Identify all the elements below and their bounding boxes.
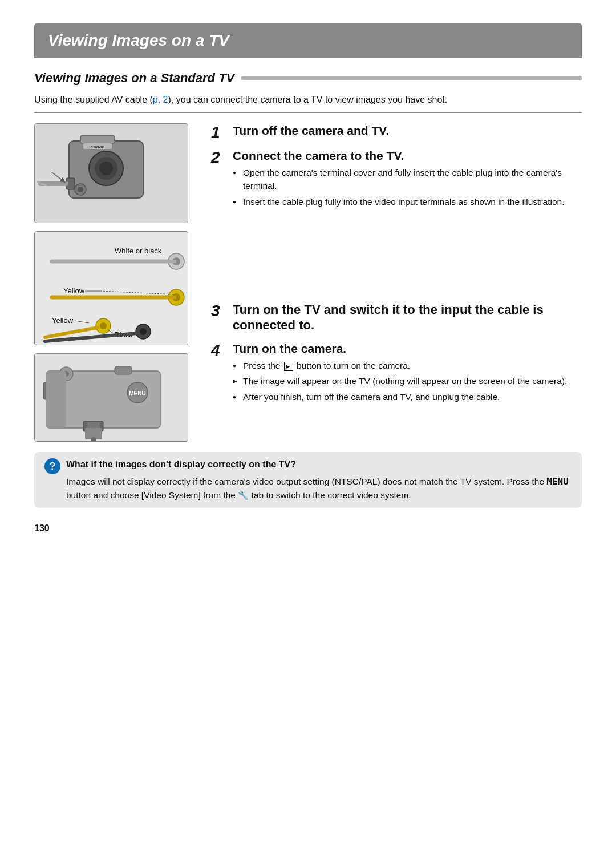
- svg-point-29: [100, 322, 107, 329]
- svg-point-13: [78, 187, 83, 192]
- tab-icon: 🔧: [238, 489, 249, 502]
- step-1-title: Turn off the camera and TV.: [233, 123, 582, 138]
- step-1-content: Turn off the camera and TV.: [233, 123, 582, 138]
- note-icon: ?: [44, 458, 60, 474]
- play-button-icon: [284, 362, 293, 371]
- page-title-banner: Viewing Images on a TV: [34, 23, 582, 58]
- svg-text:Yellow: Yellow: [52, 316, 74, 325]
- svg-text:MENU: MENU: [129, 390, 145, 397]
- av-cable-svg: White or black Yellow Yell: [35, 232, 188, 345]
- step-2-bullet-1: Open the camera's terminal cover and ful…: [233, 166, 582, 193]
- svg-rect-44: [115, 366, 132, 374]
- svg-rect-14: [35, 232, 188, 345]
- svg-point-4: [99, 162, 113, 175]
- label-white-or-black: White or black: [115, 247, 162, 255]
- step-2-bullets: Open the camera's terminal cover and ful…: [233, 166, 582, 208]
- step-2-content: Connect the camera to the TV. Open the c…: [233, 148, 582, 211]
- step-3-number: 3: [211, 303, 229, 319]
- svg-rect-46: [46, 371, 66, 428]
- camera-menu-image: MENU: [34, 353, 188, 442]
- step-4-title: Turn on the camera.: [233, 341, 582, 356]
- section-divider: [34, 112, 582, 113]
- note-content: What if the images don't display correct…: [66, 458, 572, 502]
- page-number: 130: [34, 522, 582, 535]
- step-4-bullets: Press the button to turn on the camera. …: [233, 359, 582, 403]
- step-4-number: 4: [211, 342, 229, 358]
- camera-plug-image: Canon: [34, 123, 188, 223]
- section-header: Viewing Images on a Standard TV: [34, 68, 582, 87]
- step-4-content: Turn on the camera. Press the button to …: [233, 341, 582, 406]
- step-2-bullet-2: Insert the cable plug fully into the vid…: [233, 195, 582, 208]
- step-2-number: 2: [211, 150, 229, 165]
- step-4-bullet-2: The image will appear on the TV (nothing…: [233, 374, 582, 387]
- steps-container: Canon: [34, 123, 582, 442]
- step-2: 2 Connect the camera to the TV. Open the…: [211, 148, 582, 211]
- svg-text:Yellow: Yellow: [63, 286, 85, 295]
- note-title: What if the images don't display correct…: [66, 458, 572, 471]
- step-1-number: 1: [211, 124, 229, 140]
- step-3: 3 Turn on the TV and switch it to the in…: [211, 302, 582, 333]
- note-body: Images will not display correctly if the…: [66, 475, 572, 502]
- step-4: 4 Turn on the camera. Press the button t…: [211, 341, 582, 406]
- svg-rect-5: [80, 135, 115, 144]
- link-p2[interactable]: p. 2: [153, 95, 168, 104]
- step-3-content: Turn on the TV and switch it to the inpu…: [233, 302, 582, 333]
- step-3-title: Turn on the TV and switch it to the inpu…: [233, 302, 582, 333]
- menu-label: MENU: [546, 476, 569, 487]
- av-cable-image: White or black Yellow Yell: [34, 231, 188, 345]
- note-box: ? What if the images don't display corre…: [34, 452, 582, 508]
- camera-plug-svg: Canon: [35, 124, 188, 223]
- steps-images: Canon: [34, 123, 194, 442]
- step-2-title: Connect the camera to the TV.: [233, 148, 582, 163]
- steps-content: 1 Turn off the camera and TV. 2 Connect …: [211, 123, 582, 442]
- intro-text: Using the supplied AV cable (p. 2), you …: [34, 93, 582, 107]
- camera-menu-svg: MENU: [35, 354, 188, 442]
- section-header-line: [241, 76, 582, 80]
- page-title: Viewing Images on a TV: [48, 29, 568, 53]
- step-1: 1 Turn off the camera and TV.: [211, 123, 582, 140]
- step-4-bullet-3: After you finish, turn off the camera an…: [233, 390, 582, 403]
- section-heading: Viewing Images on a Standard TV: [34, 68, 234, 87]
- step-4-bullet-1: Press the button to turn on the camera.: [233, 359, 582, 372]
- svg-text:Canon: Canon: [91, 144, 105, 150]
- svg-point-34: [140, 328, 147, 335]
